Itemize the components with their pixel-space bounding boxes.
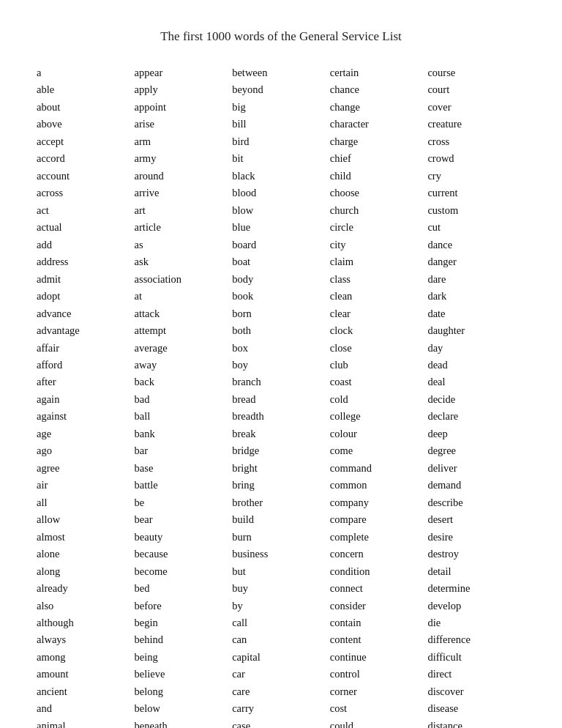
word-item: bread xyxy=(232,391,330,407)
word-item: dead xyxy=(427,357,525,373)
word-item: certain xyxy=(330,64,428,81)
word-item: decide xyxy=(427,391,525,407)
word-item: article xyxy=(135,219,233,235)
word-item: can xyxy=(232,631,330,647)
word-item: detail xyxy=(427,563,525,579)
word-item: corner xyxy=(330,683,428,699)
word-item: allow xyxy=(37,511,135,527)
word-item: business xyxy=(232,546,330,562)
word-item: degree xyxy=(427,442,525,458)
word-item: clock xyxy=(330,322,428,338)
word-item: apply xyxy=(135,81,233,97)
word-item: advance xyxy=(37,305,135,322)
word-item: capital xyxy=(232,649,330,665)
word-item: and xyxy=(37,700,135,716)
word-item: condition xyxy=(330,563,428,579)
word-item: day xyxy=(427,340,525,356)
word-item: buy xyxy=(232,580,330,596)
word-item: complete xyxy=(330,529,428,545)
word-item: although xyxy=(37,614,135,631)
word-item: discover xyxy=(427,683,525,699)
word-item: come xyxy=(330,442,428,458)
word-item: begin xyxy=(135,614,233,631)
word-item: custom xyxy=(427,202,525,218)
word-item: clear xyxy=(330,305,428,322)
word-item: cold xyxy=(330,391,428,407)
word-item: control xyxy=(330,666,428,682)
word-item: distance xyxy=(427,718,525,728)
word-item: afford xyxy=(37,357,135,373)
word-item: direct xyxy=(427,666,525,682)
word-item: develop xyxy=(427,598,525,614)
word-item: call xyxy=(232,614,330,631)
word-item: connect xyxy=(330,580,428,596)
word-item: city xyxy=(330,237,428,253)
word-item: back xyxy=(135,374,233,390)
word-item: concern xyxy=(330,546,428,562)
word-item: bit xyxy=(232,150,330,166)
word-item: also xyxy=(37,598,135,614)
word-item: coast xyxy=(330,374,428,390)
word-item: breadth xyxy=(232,408,330,424)
word-item: blue xyxy=(232,219,330,235)
word-item: attack xyxy=(135,305,233,322)
word-item: affair xyxy=(37,340,135,356)
word-item: bird xyxy=(232,133,330,149)
word-item: agree xyxy=(37,460,135,476)
word-item: claim xyxy=(330,253,428,270)
word-item: amount xyxy=(37,666,135,682)
word-item: bank xyxy=(135,426,233,442)
word-column-3: certainchancechangecharacterchargechiefc… xyxy=(330,64,428,728)
word-item: current xyxy=(427,185,525,201)
word-item: danger xyxy=(427,253,525,270)
word-item: along xyxy=(37,563,135,579)
word-item: appear xyxy=(135,64,233,81)
word-item: dare xyxy=(427,271,525,287)
word-item: bill xyxy=(232,116,330,132)
word-item: clean xyxy=(330,288,428,304)
word-item: close xyxy=(330,340,428,356)
word-item: contain xyxy=(330,614,428,631)
word-item: by xyxy=(232,598,330,614)
word-item: ago xyxy=(37,442,135,458)
word-item: could xyxy=(330,718,428,728)
word-item: beyond xyxy=(232,81,330,97)
word-item: bad xyxy=(135,391,233,407)
word-item: bear xyxy=(135,511,233,527)
word-item: boy xyxy=(232,357,330,373)
word-item: boat xyxy=(232,253,330,270)
word-item: continue xyxy=(330,649,428,665)
word-item: choose xyxy=(330,185,428,201)
word-item: bring xyxy=(232,477,330,493)
word-item: ask xyxy=(135,253,233,270)
word-item: content xyxy=(330,631,428,647)
word-item: class xyxy=(330,271,428,287)
word-item: age xyxy=(37,426,135,442)
word-item: blow xyxy=(232,202,330,218)
word-item: act xyxy=(37,202,135,218)
word-item: cover xyxy=(427,99,525,115)
word-item: because xyxy=(135,546,233,562)
word-item: arm xyxy=(135,133,233,149)
word-item: big xyxy=(232,99,330,115)
word-item: carry xyxy=(232,700,330,716)
word-item: deal xyxy=(427,374,525,390)
word-item: circle xyxy=(330,219,428,235)
word-item: average xyxy=(135,340,233,356)
word-item: address xyxy=(37,253,135,270)
word-item: already xyxy=(37,580,135,596)
word-item: accord xyxy=(37,150,135,166)
word-item: cross xyxy=(427,133,525,149)
word-item: break xyxy=(232,426,330,442)
word-item: chance xyxy=(330,81,428,97)
word-column-0: aableaboutaboveacceptaccordaccountacross… xyxy=(37,64,135,728)
word-item: change xyxy=(330,99,428,115)
word-item: bar xyxy=(135,442,233,458)
word-item: difference xyxy=(427,631,525,647)
word-item: case xyxy=(232,718,330,728)
word-item: die xyxy=(427,614,525,631)
word-item: art xyxy=(135,202,233,218)
word-item: alone xyxy=(37,546,135,562)
word-item: a xyxy=(37,64,135,81)
word-item: company xyxy=(330,494,428,510)
